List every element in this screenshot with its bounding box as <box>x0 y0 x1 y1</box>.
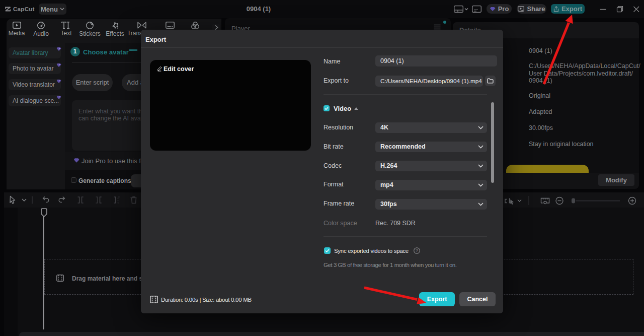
svg-text:?: ? <box>416 248 418 253</box>
